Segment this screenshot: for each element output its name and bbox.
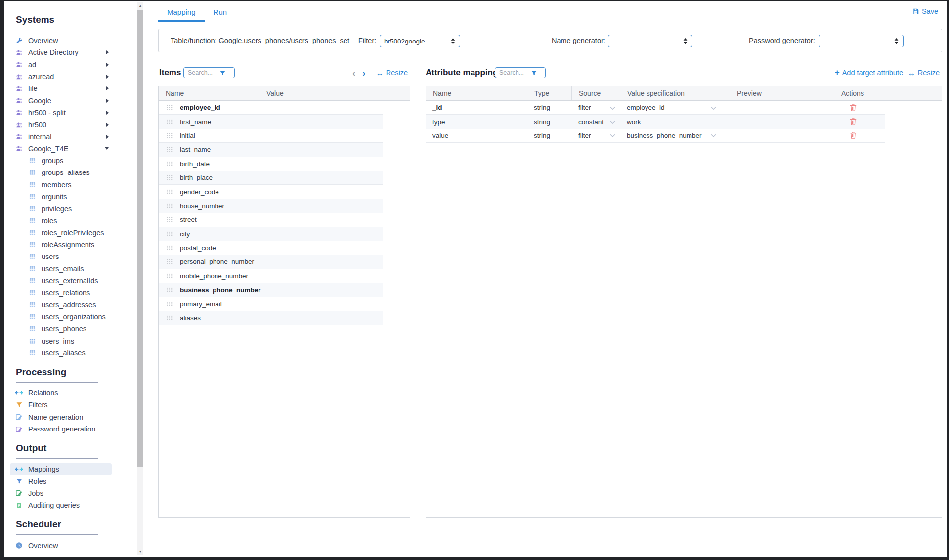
delete-row-button[interactable] bbox=[850, 131, 857, 139]
drag-handle-icon[interactable] bbox=[167, 189, 173, 195]
item-row-postal-code[interactable]: postal_code bbox=[159, 241, 383, 255]
item-row-gender-code[interactable]: gender_code bbox=[159, 185, 383, 199]
mapping-search-input[interactable] bbox=[499, 69, 531, 76]
delete-row-button[interactable] bbox=[850, 118, 857, 126]
sidebar-item-roles[interactable]: roles bbox=[10, 215, 112, 226]
item-row-last-name[interactable]: last_name bbox=[159, 143, 383, 157]
sidebar-item-hr500-split[interactable]: hr500 - split bbox=[10, 107, 112, 119]
sidebar-item-groups-aliases[interactable]: groups_aliases bbox=[10, 167, 112, 178]
drag-handle-icon[interactable] bbox=[167, 161, 173, 167]
sidebar-item-internal[interactable]: internal bbox=[10, 130, 112, 142]
tab-run[interactable]: Run bbox=[205, 1, 236, 22]
sidebar-item-overview[interactable]: Overview bbox=[10, 539, 112, 551]
sidebar-item-users-emails[interactable]: users_emails bbox=[10, 263, 112, 275]
sidebar-item-google-t4e[interactable]: Google_T4E bbox=[10, 143, 112, 155]
sidebar-item-members[interactable]: members bbox=[10, 179, 112, 191]
scroll-down-arrow-icon[interactable]: ▼ bbox=[137, 548, 143, 555]
sidebar-item-users-relations[interactable]: users_relations bbox=[10, 287, 112, 299]
drag-handle-icon[interactable] bbox=[167, 175, 173, 180]
item-row-city[interactable]: city bbox=[159, 227, 383, 241]
filter-funnel-icon[interactable] bbox=[531, 70, 537, 76]
mapping-resize-button[interactable]: ↔ Resize bbox=[908, 69, 940, 77]
sidebar-item-roles-roleprivileges[interactable]: roles_rolePrivileges bbox=[10, 227, 112, 239]
scroll-up-arrow-icon[interactable]: ▲ bbox=[137, 2, 143, 9]
filter-funnel-icon[interactable] bbox=[219, 70, 226, 76]
name-generator-select[interactable] bbox=[608, 35, 692, 47]
sidebar-item-users-addresses[interactable]: users_addresses bbox=[10, 299, 112, 311]
sidebar-item-overview[interactable]: Overview bbox=[10, 35, 112, 46]
sidebar-item-file[interactable]: file bbox=[10, 83, 112, 94]
mapping-source-select[interactable]: filter bbox=[572, 104, 620, 111]
item-row-street[interactable]: street bbox=[159, 213, 383, 227]
drag-handle-icon[interactable] bbox=[167, 315, 173, 321]
sidebar-item-users-externalids[interactable]: users_externalIds bbox=[10, 275, 112, 287]
drag-handle-icon[interactable] bbox=[167, 245, 173, 251]
item-row-aliases[interactable]: aliases bbox=[159, 311, 383, 325]
sidebar-item-google[interactable]: Google bbox=[10, 94, 112, 106]
main-content: MappingRun Save Table/function: Google.u… bbox=[158, 1, 942, 557]
filter-select[interactable]: hr5002google bbox=[380, 35, 460, 47]
mapping-valuespec-select[interactable]: business_phone_number bbox=[620, 132, 730, 139]
sidebar-item-users-aliases[interactable]: users_aliases bbox=[10, 347, 112, 359]
mapping-valuespec-select[interactable]: employee_id bbox=[620, 104, 730, 111]
sidebar-scrollbar[interactable]: ▲ ▼ bbox=[137, 2, 143, 555]
delete-row-button[interactable] bbox=[850, 104, 857, 112]
sidebar-item-mappings[interactable]: Mappings bbox=[10, 463, 112, 475]
tab-mapping[interactable]: Mapping bbox=[158, 1, 205, 22]
sidebar-item-relations[interactable]: Relations bbox=[10, 387, 112, 399]
item-row-business-phone-number[interactable]: business_phone_number bbox=[159, 283, 383, 297]
item-row-mobile-phone-number[interactable]: mobile_phone_number bbox=[159, 269, 383, 283]
sidebar-item-hr500[interactable]: hr500 bbox=[10, 119, 112, 130]
password-generator-select[interactable] bbox=[819, 35, 904, 47]
sidebar-item-users-ims[interactable]: users_ims bbox=[10, 335, 112, 346]
drag-handle-icon[interactable] bbox=[167, 217, 173, 222]
sidebar-item-ad[interactable]: ad bbox=[10, 59, 112, 71]
drag-handle-icon[interactable] bbox=[167, 147, 173, 152]
drag-handle-icon[interactable] bbox=[167, 273, 173, 279]
drag-handle-icon[interactable] bbox=[167, 133, 173, 138]
drag-handle-icon[interactable] bbox=[167, 302, 173, 307]
sidebar-item-active-directory[interactable]: Active Directory bbox=[10, 46, 112, 58]
drag-handle-icon[interactable] bbox=[167, 203, 173, 209]
drag-handle-icon[interactable] bbox=[167, 119, 173, 125]
item-row-birth-place[interactable]: birth_place bbox=[159, 171, 383, 185]
item-row-personal-phone-number[interactable]: personal_phone_number bbox=[159, 255, 383, 269]
sidebar-item-name-generation[interactable]: Name generation bbox=[10, 411, 112, 423]
sidebar-item-auditing-queries[interactable]: Auditing queries bbox=[10, 499, 112, 511]
scrollbar-thumb[interactable] bbox=[137, 10, 143, 467]
sidebar-item-password-generation[interactable]: Password generation bbox=[10, 423, 112, 435]
drag-handle-icon[interactable] bbox=[167, 259, 173, 264]
sidebar-item-privileges[interactable]: privileges bbox=[10, 203, 112, 215]
sidebar-item-groups[interactable]: groups bbox=[10, 155, 112, 167]
item-row-birth-date[interactable]: birth_date bbox=[159, 157, 383, 171]
sidebar-item-orgunits[interactable]: orgunits bbox=[10, 191, 112, 203]
sidebar-item-label: Name generation bbox=[28, 413, 83, 421]
items-resize-button[interactable]: ↔ Resize bbox=[376, 69, 408, 77]
item-row-employee-id[interactable]: employee_id bbox=[159, 101, 383, 115]
sidebar-item-filters[interactable]: Filters bbox=[10, 399, 112, 411]
mapping-source-select[interactable]: constant bbox=[572, 118, 620, 126]
sidebar-item-jobs[interactable]: Jobs bbox=[10, 487, 112, 499]
item-row-initial[interactable]: initial bbox=[159, 129, 383, 143]
sidebar-item-users-organizations[interactable]: users_organizations bbox=[10, 311, 112, 323]
drag-handle-icon[interactable] bbox=[167, 231, 173, 237]
page-prev-icon[interactable]: ‹ bbox=[352, 68, 355, 78]
sidebar-item-users[interactable]: users bbox=[10, 251, 112, 262]
item-row-first-name[interactable]: first_name bbox=[159, 115, 383, 129]
sidebar-item-roles[interactable]: Roles bbox=[10, 475, 112, 487]
items-search-input[interactable] bbox=[188, 69, 219, 76]
drag-handle-icon[interactable] bbox=[167, 287, 173, 293]
sidebar-item-roleassignments[interactable]: roleAssignments bbox=[10, 239, 112, 251]
item-row-house-number[interactable]: house_number bbox=[159, 199, 383, 213]
drag-handle-icon[interactable] bbox=[167, 105, 173, 110]
mapping-search[interactable] bbox=[495, 67, 546, 78]
add-target-attribute-button[interactable]: + Add target attribute bbox=[835, 68, 903, 78]
item-row-primary-email[interactable]: primary_email bbox=[159, 297, 383, 311]
sidebar-item-azuread[interactable]: azuread bbox=[10, 71, 112, 83]
save-button[interactable]: Save bbox=[912, 7, 938, 15]
mapping-source-select[interactable]: filter bbox=[572, 132, 620, 139]
items-col-value: Value bbox=[259, 86, 383, 100]
sidebar-item-users-phones[interactable]: users_phones bbox=[10, 323, 112, 335]
items-search[interactable] bbox=[183, 67, 235, 78]
page-next-icon[interactable]: › bbox=[362, 68, 365, 78]
